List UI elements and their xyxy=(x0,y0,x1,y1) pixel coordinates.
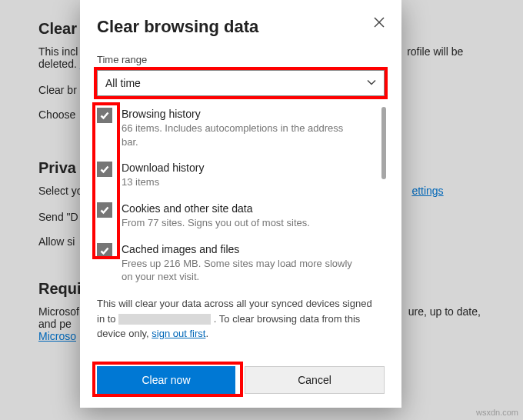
sign-out-link[interactable]: sign out first xyxy=(152,328,205,339)
close-icon xyxy=(373,16,385,28)
dialog-title: Clear browsing data xyxy=(97,17,385,37)
dialog-button-row: Clear now Cancel xyxy=(97,366,385,394)
scrollbar-thumb[interactable] xyxy=(381,107,386,179)
clear-browsing-data-dialog: Clear browsing data Time range All time … xyxy=(80,0,401,408)
option-cached: Cached images and files Frees up 216 MB.… xyxy=(97,242,381,284)
option-title: Browsing history xyxy=(122,107,352,121)
watermark: wsxdn.com xyxy=(476,408,518,417)
settings-link[interactable]: ettings xyxy=(411,185,443,197)
options-list: Browsing history 66 items. Includes auto… xyxy=(97,104,385,366)
sync-note: This will clear your data across all you… xyxy=(97,296,381,342)
microsoft-link[interactable]: Microso xyxy=(38,330,76,342)
checkbox-download-history[interactable] xyxy=(97,162,112,177)
checkbox-browsing-history[interactable] xyxy=(97,108,112,123)
cancel-button[interactable]: Cancel xyxy=(245,366,385,394)
redacted-account xyxy=(118,314,211,325)
clear-now-button[interactable]: Clear now xyxy=(97,366,235,394)
time-range-value: All time xyxy=(105,77,141,89)
option-subtitle: From 77 sites. Signs you out of most sit… xyxy=(122,216,310,230)
option-download-history: Download history 13 items xyxy=(97,161,381,189)
option-browsing-history: Browsing history 66 items. Includes auto… xyxy=(97,107,381,148)
time-range-select[interactable]: All time xyxy=(97,70,385,96)
check-icon xyxy=(99,110,110,121)
check-icon xyxy=(99,205,110,215)
option-subtitle: 66 items. Includes autocompletions in th… xyxy=(122,122,352,148)
option-subtitle: 13 items xyxy=(122,175,204,189)
time-range-label: Time range xyxy=(97,54,385,65)
option-cookies: Cookies and other site data From 77 site… xyxy=(97,202,381,230)
close-button[interactable] xyxy=(371,14,388,31)
check-icon xyxy=(99,245,110,256)
checkbox-cookies[interactable] xyxy=(97,202,112,218)
option-subtitle: Frees up 216 MB. Some sites may load mor… xyxy=(122,257,352,284)
checkbox-cached[interactable] xyxy=(97,243,112,258)
check-icon xyxy=(99,164,110,175)
option-title: Download history xyxy=(122,161,204,175)
option-title: Cookies and other site data xyxy=(122,202,310,215)
option-title: Cached images and files xyxy=(122,242,352,256)
